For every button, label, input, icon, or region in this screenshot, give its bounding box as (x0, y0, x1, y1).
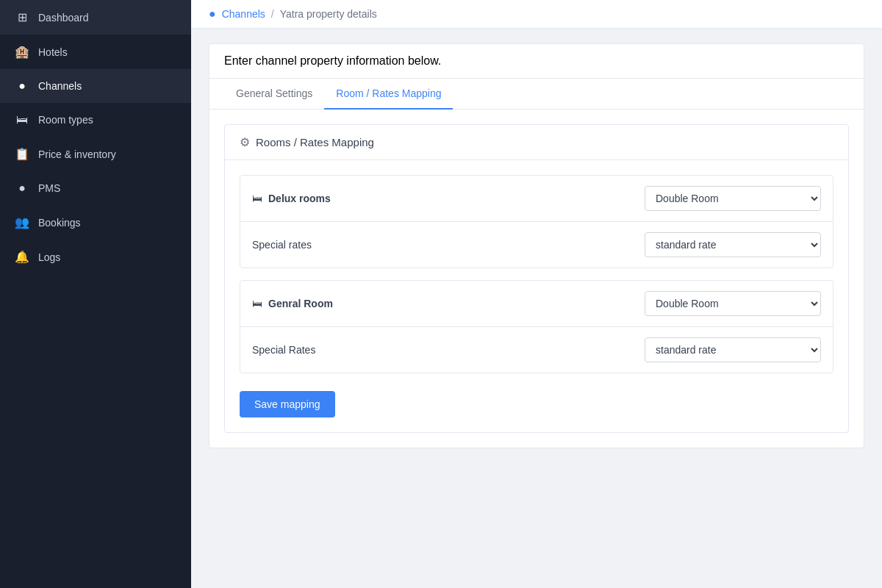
card-header: Enter channel property information below… (209, 44, 864, 79)
bed-icon-delux: 🛏 (252, 193, 262, 204)
tab-bar: General Settings Room / Rates Mapping (209, 79, 864, 110)
breadcrumb-channels-link[interactable]: Channels (222, 8, 265, 20)
sidebar-item-dashboard[interactable]: ⊞ Dashboard (0, 0, 191, 35)
mapping-section-header: ⚙ Rooms / Rates Mapping (225, 125, 848, 160)
save-mapping-button[interactable]: Save mapping (240, 391, 335, 417)
tab-content: ⚙ Rooms / Rates Mapping 🛏 Delux rooms (209, 110, 864, 448)
hotels-icon: 🏨 (15, 45, 29, 59)
sidebar-item-pms[interactable]: ● PMS (0, 171, 191, 205)
main-content: ● Channels / Yatra property details Ente… (191, 0, 882, 588)
delux-rate-select-wrapper: standard rate weekend rate seasonal rate (645, 232, 821, 257)
tab-room-rates-mapping[interactable]: Room / Rates Mapping (324, 79, 453, 110)
delux-rate-row: Special rates standard rate weekend rate… (240, 222, 833, 268)
sidebar-item-logs[interactable]: 🔔 Logs (0, 240, 191, 274)
bookings-icon: 👥 (15, 215, 29, 229)
mapping-section-title: Rooms / Rates Mapping (256, 136, 374, 148)
general-rate-select-wrapper: standard rate weekend rate seasonal rate (645, 337, 821, 362)
sidebar: ⊞ Dashboard 🏨 Hotels ● Channels 🛏 Room t… (0, 0, 191, 588)
sidebar-item-label: Room types (38, 114, 93, 126)
general-room-select-wrapper: Double Room Single Room Suite Twin Room (645, 291, 821, 316)
general-room-section: 🛏 Genral Room Double Room Single Room Su… (240, 280, 833, 373)
logs-icon: 🔔 (15, 250, 29, 264)
breadcrumb-current: Yatra property details (280, 8, 377, 20)
general-room-select[interactable]: Double Room Single Room Suite Twin Room (645, 291, 821, 316)
sidebar-item-label: Logs (38, 251, 60, 263)
mapping-section: ⚙ Rooms / Rates Mapping 🛏 Delux rooms (224, 124, 849, 433)
price-inventory-icon: 📋 (15, 147, 29, 161)
sidebar-item-bookings[interactable]: 👥 Bookings (0, 205, 191, 240)
sidebar-item-price-inventory[interactable]: 📋 Price & inventory (0, 137, 191, 171)
delux-rate-label-text: Special rates (252, 239, 312, 251)
general-rate-row: Special Rates standard rate weekend rate… (240, 327, 833, 373)
delux-room-name: Delux rooms (268, 193, 331, 204)
sidebar-item-room-types[interactable]: 🛏 Room types (0, 103, 191, 137)
delux-room-select[interactable]: Double Room Single Room Suite Twin Room (645, 186, 821, 211)
sidebar-item-label: Hotels (38, 46, 68, 58)
general-rate-label: Special Rates (252, 344, 645, 356)
breadcrumb-separator: / (271, 8, 274, 20)
gear-icon: ⚙ (240, 135, 250, 149)
general-rate-label-text: Special Rates (252, 344, 315, 356)
dashboard-icon: ⊞ (15, 10, 29, 24)
delux-room-row: 🛏 Delux rooms Double Room Single Room Su… (240, 176, 833, 222)
sidebar-item-label: Bookings (38, 217, 81, 229)
delux-room-select-wrapper: Double Room Single Room Suite Twin Room (645, 186, 821, 211)
mapping-body: 🛏 Delux rooms Double Room Single Room Su… (225, 160, 848, 432)
general-room-name: Genral Room (268, 298, 333, 309)
breadcrumb: ● Channels / Yatra property details (191, 0, 882, 29)
delux-room-section: 🛏 Delux rooms Double Room Single Room Su… (240, 175, 833, 268)
general-rate-select[interactable]: standard rate weekend rate seasonal rate (645, 337, 821, 362)
breadcrumb-channels-icon: ● (209, 7, 216, 21)
delux-room-label: 🛏 Delux rooms (252, 193, 645, 204)
sidebar-item-label: PMS (38, 182, 60, 194)
delux-rate-label: Special rates (252, 239, 645, 251)
sidebar-item-label: Dashboard (38, 12, 89, 24)
page-info-text: Enter channel property information below… (224, 54, 441, 67)
sidebar-item-label: Channels (38, 80, 82, 92)
bed-icon-general: 🛏 (252, 298, 262, 309)
room-types-icon: 🛏 (15, 113, 29, 126)
delux-rate-select[interactable]: standard rate weekend rate seasonal rate (645, 232, 821, 257)
general-room-label: 🛏 Genral Room (252, 298, 645, 309)
page-content: Enter channel property information below… (191, 29, 882, 463)
sidebar-item-hotels[interactable]: 🏨 Hotels (0, 35, 191, 69)
tab-general-settings[interactable]: General Settings (224, 79, 324, 110)
sidebar-item-label: Price & inventory (38, 148, 116, 160)
sidebar-item-channels[interactable]: ● Channels (0, 69, 191, 103)
main-card: Enter channel property information below… (209, 43, 864, 448)
channels-icon: ● (15, 79, 29, 93)
general-room-row: 🛏 Genral Room Double Room Single Room Su… (240, 281, 833, 327)
pms-icon: ● (15, 182, 29, 195)
